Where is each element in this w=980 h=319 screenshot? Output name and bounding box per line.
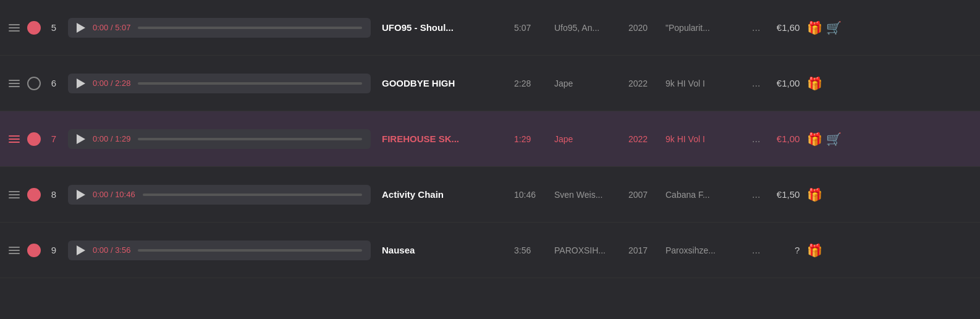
more-options-button[interactable]: ... xyxy=(752,78,760,89)
track-row: 80:00 / 10:46Activity Chain10:46Sven Wei… xyxy=(0,167,980,223)
track-year: 2017 xyxy=(628,245,659,255)
drag-handle-icon[interactable] xyxy=(5,77,23,90)
track-number: 5 xyxy=(44,22,63,33)
track-year: 2022 xyxy=(628,79,659,88)
time-display: 0:00 / 2:28 xyxy=(93,79,130,88)
play-button[interactable] xyxy=(77,245,85,255)
track-row: 70:00 / 1:29FIREHOUSE SK...1:29Jape20229… xyxy=(0,111,980,167)
track-title: FIREHOUSE SK... xyxy=(382,134,505,144)
track-number: 7 xyxy=(44,134,63,144)
track-artist: Jape xyxy=(554,79,622,88)
track-row: 50:00 / 5:07UFO95 - Shoul...5:07Ufo95, A… xyxy=(0,0,980,56)
progress-bar[interactable] xyxy=(138,249,362,252)
time-display: 0:00 / 3:56 xyxy=(93,245,130,255)
track-title: GOODBYE HIGH xyxy=(382,78,505,88)
play-button[interactable] xyxy=(77,190,85,200)
progress-bar[interactable] xyxy=(143,194,362,196)
track-price: €1,00 xyxy=(769,78,800,88)
track-title: UFO95 - Shoul... xyxy=(382,22,505,33)
track-indicator xyxy=(27,21,41,35)
track-number: 6 xyxy=(44,78,63,88)
track-indicator xyxy=(27,188,41,202)
track-year: 2020 xyxy=(628,23,659,33)
track-artist: PAROXSIH... xyxy=(554,245,622,255)
track-duration: 1:29 xyxy=(514,134,548,144)
track-artist: Sven Weis... xyxy=(554,190,622,200)
gift-icon[interactable]: 🎁 xyxy=(807,243,822,258)
track-album: 9k HI Vol I xyxy=(665,79,746,88)
time-display: 0:00 / 5:07 xyxy=(93,23,130,32)
drag-handle-icon[interactable] xyxy=(5,133,23,145)
track-price: €1,60 xyxy=(769,22,800,33)
gift-icon[interactable]: 🎁 xyxy=(807,187,822,202)
track-price: €1,50 xyxy=(769,189,800,200)
player-area: 0:00 / 2:28 xyxy=(68,74,371,93)
drag-handle-icon[interactable] xyxy=(5,189,23,201)
cart-icon[interactable]: 🛒 xyxy=(826,132,842,147)
track-year: 2022 xyxy=(628,134,659,144)
track-row: 60:00 / 2:28GOODBYE HIGH2:28Jape20229k H… xyxy=(0,56,980,111)
player-area: 0:00 / 3:56 xyxy=(68,240,371,260)
more-options-button[interactable]: ... xyxy=(752,189,760,200)
player-area: 0:00 / 5:07 xyxy=(68,18,371,38)
track-duration: 5:07 xyxy=(514,23,548,33)
track-year: 2007 xyxy=(628,190,659,200)
track-duration: 3:56 xyxy=(514,245,548,255)
track-number: 9 xyxy=(44,245,63,255)
gift-icon[interactable]: 🎁 xyxy=(807,20,822,35)
time-display: 0:00 / 10:46 xyxy=(93,190,135,199)
track-number: 8 xyxy=(44,189,63,200)
track-row: 90:00 / 3:56Nausea3:56PAROXSIH...2017Par… xyxy=(0,223,980,278)
more-options-button[interactable]: ... xyxy=(752,22,760,33)
more-options-button[interactable]: ... xyxy=(752,134,760,145)
track-indicator xyxy=(27,244,41,257)
cart-icon[interactable]: 🛒 xyxy=(826,20,842,35)
track-price: €1,00 xyxy=(769,134,800,144)
track-indicator xyxy=(27,77,41,90)
track-duration: 2:28 xyxy=(514,79,548,88)
play-button[interactable] xyxy=(77,23,85,33)
play-button[interactable] xyxy=(77,134,85,144)
progress-bar[interactable] xyxy=(138,27,362,29)
progress-bar[interactable] xyxy=(138,82,362,85)
gift-icon[interactable]: 🎁 xyxy=(807,132,822,147)
track-list: 50:00 / 5:07UFO95 - Shoul...5:07Ufo95, A… xyxy=(0,0,980,278)
track-album: "Popularit... xyxy=(665,23,746,33)
player-area: 0:00 / 10:46 xyxy=(68,185,371,205)
more-options-button[interactable]: ... xyxy=(752,245,760,256)
gift-icon[interactable]: 🎁 xyxy=(807,76,822,91)
play-button[interactable] xyxy=(77,79,85,88)
progress-bar[interactable] xyxy=(138,138,362,140)
drag-handle-icon[interactable] xyxy=(5,22,23,34)
track-album: Cabana F... xyxy=(665,190,746,200)
time-display: 0:00 / 1:29 xyxy=(93,134,130,143)
track-album: 9k HI Vol I xyxy=(665,134,746,144)
track-title: Activity Chain xyxy=(382,189,505,200)
track-title: Nausea xyxy=(382,245,505,255)
track-indicator xyxy=(27,132,41,146)
player-area: 0:00 / 1:29 xyxy=(68,129,371,149)
track-artist: Jape xyxy=(554,134,622,144)
track-artist: Ufo95, An... xyxy=(554,23,622,33)
track-duration: 10:46 xyxy=(514,190,548,200)
track-album: Paroxsihze... xyxy=(665,245,746,255)
drag-handle-icon[interactable] xyxy=(5,244,23,257)
track-price: ? xyxy=(769,245,800,255)
